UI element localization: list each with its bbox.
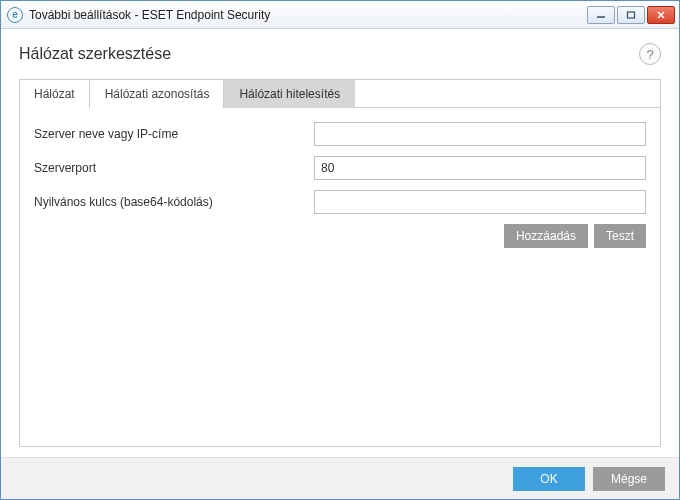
form-button-row: Hozzáadás Teszt [34,224,646,248]
button-label: Mégse [611,472,647,486]
window-title: További beállítások - ESET Endpoint Secu… [29,8,587,22]
svg-rect-1 [628,12,635,18]
row-public-key: Nyilvános kulcs (base64-kódolás) [34,190,646,214]
tab-label: Hálózati hitelesítés [239,87,340,101]
input-server-port[interactable] [314,156,646,180]
app-icon: e [7,7,23,23]
button-label: Hozzáadás [516,229,576,243]
tab-strip: Hálózat Hálózati azonosítás Hálózati hit… [20,80,660,108]
button-label: Teszt [606,229,634,243]
tab-panel: Hálózat Hálózati azonosítás Hálózati hit… [19,79,661,447]
tab-label: Hálózat [34,87,75,101]
button-label: OK [540,472,557,486]
input-public-key[interactable] [314,190,646,214]
ok-button[interactable]: OK [513,467,585,491]
titlebar[interactable]: e További beállítások - ESET Endpoint Se… [1,1,679,29]
page-title: Hálózat szerkesztése [19,45,171,63]
minimize-button[interactable] [587,6,615,24]
label-public-key: Nyilvános kulcs (base64-kódolás) [34,195,314,209]
add-button[interactable]: Hozzáadás [504,224,588,248]
tab-network-authentication[interactable]: Hálózati hitelesítés [224,80,355,108]
footer: OK Mégse [1,457,679,499]
input-server-name[interactable] [314,122,646,146]
tab-network-identification[interactable]: Hálózati azonosítás [90,80,225,108]
help-icon[interactable]: ? [639,43,661,65]
cancel-button[interactable]: Mégse [593,467,665,491]
test-button[interactable]: Teszt [594,224,646,248]
close-button[interactable] [647,6,675,24]
label-server-port: Szerverport [34,161,314,175]
tab-network[interactable]: Hálózat [20,80,90,108]
window-frame: e További beállítások - ESET Endpoint Se… [0,0,680,500]
maximize-button[interactable] [617,6,645,24]
label-server-name: Szerver neve vagy IP-címe [34,127,314,141]
row-server-name: Szerver neve vagy IP-címe [34,122,646,146]
row-server-port: Szerverport [34,156,646,180]
tab-label: Hálózati azonosítás [105,87,210,101]
tab-content: Szerver neve vagy IP-címe Szerverport Ny… [20,108,660,446]
window-body: Hálózat szerkesztése ? Hálózat Hálózati … [1,29,679,457]
header-row: Hálózat szerkesztése ? [19,43,661,65]
window-controls [587,6,675,24]
